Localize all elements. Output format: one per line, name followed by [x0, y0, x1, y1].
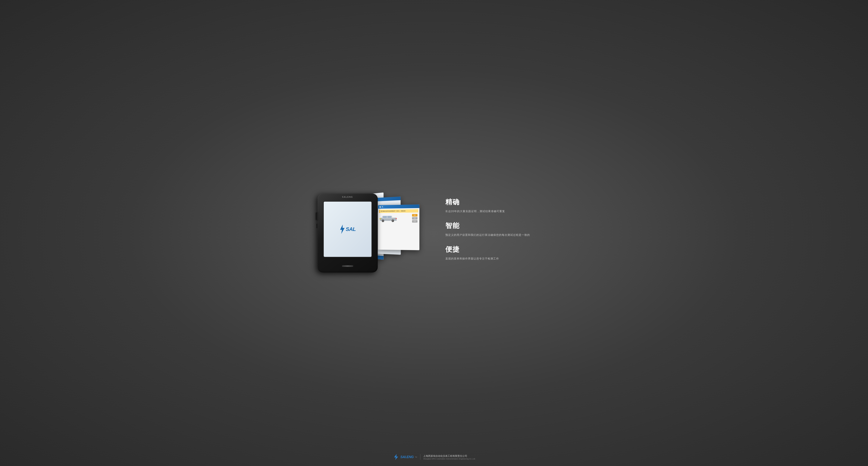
device-screen-content: SAL — [324, 202, 371, 257]
features-section: 精确 长达20年的大量实践证明，测试结果准确可重复 智能 预定义的用户设置和我们… — [438, 198, 554, 269]
dialog-screen: 通... 将车辆转向架停在检测通道同一位置上，按确定键 — [378, 204, 420, 250]
dialog-buttons: 确定 返回 取消 — [412, 214, 418, 223]
feature-title-1: 精确 — [445, 198, 554, 207]
feature-desc-3: 直观的菜单和操作界面让您专注于检测工作 — [445, 256, 554, 261]
footer-brand-text: SAI.ENG — [400, 455, 413, 459]
screen-logo-area: SAL — [324, 202, 371, 257]
footer: SAI.ENG TM 上海西派埃自动化仪表工程有限责任公司 Shanghai S… — [392, 454, 475, 460]
device-bottom-btn — [342, 265, 353, 267]
dialog-content: 将车辆转向架停在检测通道同一位置上，按确定键 — [378, 208, 420, 224]
dialog-header-icon — [379, 206, 381, 208]
main-content: SALENG SAL — [303, 177, 566, 289]
vehicle-illustration — [379, 214, 398, 223]
svg-rect-3 — [383, 216, 387, 218]
device-logo: SALENG — [342, 196, 353, 198]
footer-brand-icon — [392, 454, 399, 460]
svg-rect-4 — [388, 216, 391, 218]
back-button[interactable]: 返回 — [412, 217, 417, 220]
confirm-button[interactable]: 确定 — [412, 214, 417, 217]
footer-company-info: 上海西派埃自动化仪表工程有限责任公司 Shanghai SIPAI Automa… — [423, 454, 475, 460]
svg-marker-0 — [340, 225, 345, 234]
footer-divider — [420, 454, 420, 460]
footer-logo: SAI.ENG TM — [392, 454, 417, 460]
dialog-prompt: 将车辆转向架停在检测通道同一位置上，按确定键 — [379, 209, 418, 213]
sal-text: SAL — [346, 226, 356, 232]
footer-tm-symbol: TM — [415, 456, 417, 458]
feature-desc-2: 预定义的用户设置和我们的运行算法确保您的每次测试过程是一致的 — [445, 233, 554, 237]
device-side-port2 — [316, 224, 318, 228]
svg-rect-9 — [379, 218, 381, 219]
feature-item-1: 精确 长达20年的大量实践证明，测试结果准确可重复 — [445, 198, 554, 214]
feature-item-3: 便捷 直观的菜单和操作界面让您专注于检测工作 — [445, 245, 554, 261]
device-side-port — [316, 212, 318, 220]
svg-rect-10 — [396, 218, 397, 219]
feature-title-3: 便捷 — [445, 245, 554, 254]
device-screen-bezel: SAL — [323, 201, 372, 258]
cancel-button[interactable]: 取消 — [412, 220, 417, 223]
feature-desc-1: 长达20年的大量实践证明，测试结果准确可重复 — [445, 209, 554, 214]
svg-marker-11 — [394, 454, 398, 460]
device-section: SALENG SAL — [314, 184, 423, 282]
device-body: SALENG SAL — [317, 194, 378, 272]
feature-item-2: 智能 预定义的用户设置和我们的运行算法确保您的每次测试过程是一致的 — [445, 221, 554, 237]
feature-title-2: 智能 — [445, 221, 554, 230]
footer-company-name: 上海西派埃自动化仪表工程有限责任公司 — [423, 455, 467, 457]
sal-bolt-icon — [339, 225, 345, 234]
footer-company-sub: Shanghai SIPAI Automation Instrumentatio… — [423, 458, 475, 460]
dialog-header-label: 通... — [381, 206, 384, 208]
dialog-vehicle-area — [379, 214, 411, 223]
dialog-main-area: 确定 返回 取消 — [379, 214, 418, 223]
sal-logo-big: SAL — [339, 225, 356, 234]
